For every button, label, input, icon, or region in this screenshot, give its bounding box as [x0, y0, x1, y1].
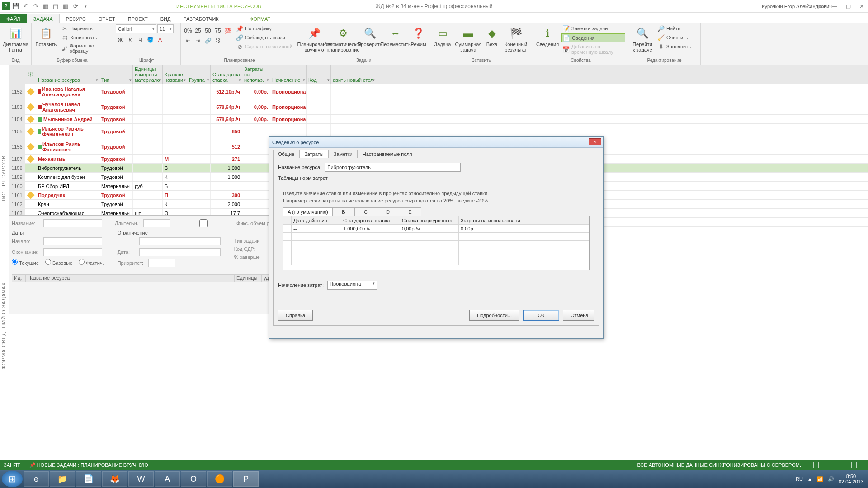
tab-project[interactable]: ПРОЕКТ — [122, 14, 154, 23]
col-type[interactable]: Тип▾ — [99, 65, 133, 84]
qat-icon-2[interactable]: ▤ — [52, 2, 60, 10]
tray-network-icon[interactable]: 📶 — [817, 476, 823, 482]
tab-report[interactable]: ОТЧЕТ — [92, 14, 122, 23]
pct50-icon[interactable]: 50 — [203, 26, 212, 35]
underline-button[interactable]: Ч — [136, 35, 145, 44]
undo-icon[interactable]: ↶ — [22, 2, 30, 10]
summary-button[interactable]: ▬Суммарная задача — [456, 24, 481, 52]
col-code[interactable]: Код▾ — [307, 65, 331, 84]
clear-button[interactable]: 🧹Очистить — [656, 33, 692, 42]
find-button[interactable]: 🔎Найти — [656, 24, 692, 33]
qat-refresh-icon[interactable]: ⟳ — [71, 2, 80, 10]
tab-file[interactable]: ФАЙЛ — [0, 14, 27, 23]
rate-tab-b[interactable]: B — [332, 207, 355, 216]
rate-tab-d[interactable]: D — [377, 207, 399, 216]
radio-baseline[interactable]: Базовые — [45, 259, 72, 266]
rate-tab-a[interactable]: A (по умолчанию) — [283, 207, 333, 216]
col-group[interactable]: Группа▾ — [187, 65, 211, 84]
dlg-resource-name-input[interactable] — [325, 163, 461, 172]
table-row[interactable]: 1152Иванова Наталья АлександровнаТрудово… — [9, 84, 868, 99]
help-icon[interactable]: ? — [803, 3, 812, 9]
taskbar-project[interactable]: P — [233, 471, 259, 487]
table-row[interactable]: 1154Мыльников АндрейТрудовой578,64р./ч0,… — [9, 115, 868, 124]
bold-button[interactable]: Ж — [116, 35, 125, 44]
form-constraint-input[interactable] — [139, 237, 221, 245]
dlg-ok-button[interactable]: ОК — [523, 310, 559, 321]
scroll-to-task-button[interactable]: 🔍Перейти к задаче — [631, 24, 654, 52]
form-priority-input[interactable] — [148, 259, 175, 267]
taskbar-word[interactable]: W — [128, 471, 154, 487]
taskbar-explorer[interactable]: 📁 — [50, 471, 75, 487]
tray-lang[interactable]: RU — [796, 476, 803, 482]
pct100-icon[interactable]: 💯 — [223, 26, 232, 35]
details-button[interactable]: 📄Сведения — [561, 33, 625, 42]
cut-button[interactable]: ✂Вырезать — [61, 24, 110, 33]
task-button[interactable]: ▭Задача — [432, 24, 453, 47]
view-icon-2[interactable] — [818, 462, 826, 468]
taskbar-outlook[interactable]: O — [181, 471, 206, 487]
copy-button[interactable]: ⿻Копировать — [61, 33, 110, 42]
col-rate[interactable]: Стандартна ставка▾ — [211, 65, 242, 84]
view-icon-4[interactable] — [844, 462, 852, 468]
milestone-button[interactable]: ◆Веха — [484, 24, 500, 47]
form-constraint-date-input[interactable] — [139, 248, 221, 256]
qat-icon-1[interactable]: ▦ — [42, 2, 50, 10]
indent-icon[interactable]: ⇥ — [193, 36, 203, 45]
table-row[interactable]: 1153Чучелов Павел АнатольевичТрудовой578… — [9, 99, 868, 115]
form-start-input[interactable] — [43, 237, 102, 245]
rate-tab-c[interactable]: C — [354, 207, 377, 216]
unlink-icon[interactable]: ⛓ — [213, 36, 222, 45]
auto-schedule-button[interactable]: ⚙Автоматическое планирование — [330, 24, 356, 52]
respect-links-button[interactable]: 🔗Соблюдать связи — [235, 33, 293, 42]
bgcolor-button[interactable]: 🪣 — [146, 35, 155, 44]
pct0-icon[interactable]: 0% — [184, 26, 193, 35]
info-button[interactable]: ℹСведения — [536, 24, 559, 47]
manual-schedule-button[interactable]: 📌Планирование вручную — [301, 24, 327, 52]
outdent-icon[interactable]: ⇤ — [184, 36, 193, 45]
close-icon[interactable]: ✕ — [857, 3, 866, 9]
dlg-tab-notes[interactable]: Заметки — [329, 150, 358, 158]
dlg-help-button[interactable]: Справка — [278, 310, 313, 321]
dlg-accrual-combo[interactable]: Пропорциона — [327, 281, 377, 290]
pct75-icon[interactable]: 75 — [213, 26, 222, 35]
minimize-icon[interactable]: — — [830, 3, 839, 9]
font-size-combo[interactable]: 11 — [157, 24, 174, 33]
paste-button[interactable]: 📋Вставить — [34, 24, 58, 47]
taskbar-ie[interactable]: e — [24, 471, 49, 487]
pct25-icon[interactable]: 25 — [193, 26, 203, 35]
font-name-combo[interactable]: Calibri — [116, 24, 156, 33]
dlg-tab-costs[interactable]: Затраты — [299, 150, 329, 158]
save-icon[interactable]: 💾 — [12, 2, 20, 10]
maximize-icon[interactable]: ▢ — [844, 3, 853, 9]
dlg-cancel-button[interactable]: Отмена — [563, 310, 594, 321]
gantt-chart-button[interactable]: 📊Диаграмма Ганта — [3, 24, 28, 52]
view-icon-1[interactable] — [806, 462, 814, 468]
link-icon[interactable]: 🔗 — [203, 36, 212, 45]
qat-icon-3[interactable]: ▥ — [61, 2, 70, 10]
rate-tab-e[interactable]: E — [399, 207, 421, 216]
deliverable-button[interactable]: 🏁Конечный результат — [503, 24, 529, 52]
tab-format[interactable]: ФОРМАТ — [243, 14, 277, 23]
form-finish-input[interactable] — [43, 248, 102, 256]
tray-up-icon[interactable]: ▲ — [807, 476, 812, 482]
dialog-close-button[interactable]: ✕ — [589, 138, 601, 145]
col-addnew[interactable]: авить новый стол▾ — [331, 65, 376, 84]
col-unit[interactable]: Единицы измерени материало▾ — [133, 65, 163, 84]
taskbar-app2[interactable]: 🟠 — [207, 471, 232, 487]
qat-dropdown-icon[interactable]: ▾ — [81, 2, 90, 10]
on-schedule-button[interactable]: 📌По графику — [235, 24, 293, 33]
tab-developer[interactable]: РАЗРАБОТЧИК — [177, 14, 225, 23]
mode-button[interactable]: ❓Режим — [410, 24, 426, 47]
form-duration-input[interactable] — [143, 219, 170, 227]
format-painter-button[interactable]: 🖌Формат по образцу — [61, 42, 110, 54]
tab-task[interactable]: ЗАДАЧА — [27, 14, 60, 23]
redo-icon[interactable]: ↷ — [32, 2, 40, 10]
inactivate-button[interactable]: ⊘Сделать неактивной — [235, 42, 293, 51]
form-name-input[interactable] — [43, 219, 102, 227]
ribbon-collapse-icon[interactable]: ▭ — [816, 3, 826, 9]
dlg-tab-general[interactable]: Общие — [273, 150, 299, 158]
fill-button[interactable]: ⬇Заполнить — [656, 42, 692, 51]
start-button[interactable]: ⊞ — [2, 471, 23, 487]
italic-button[interactable]: К — [126, 35, 135, 44]
col-accrual[interactable]: Начисление▾ — [270, 65, 307, 84]
